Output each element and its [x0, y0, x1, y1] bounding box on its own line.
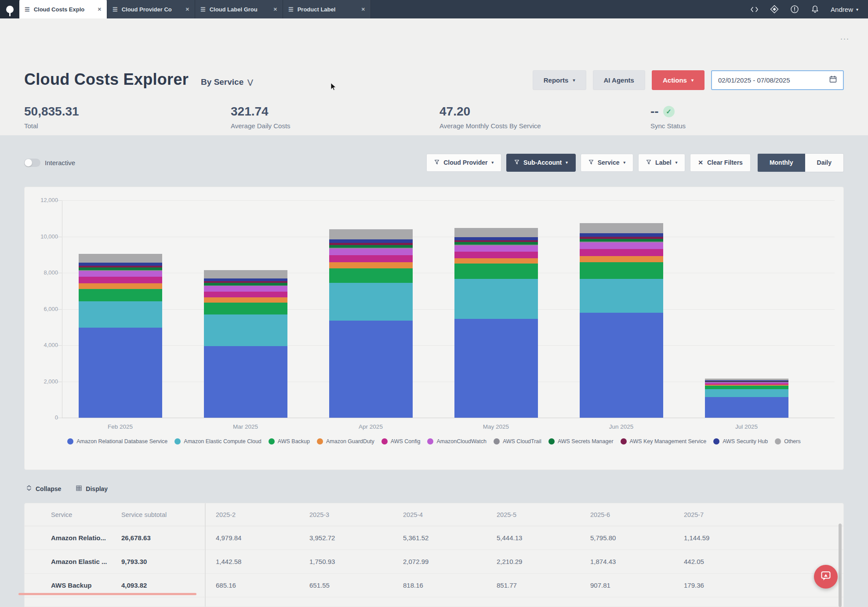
- legend-item-others[interactable]: Others: [775, 438, 801, 444]
- close-icon[interactable]: ✕: [273, 7, 277, 12]
- bar-segment-aws-backup[interactable]: [454, 264, 538, 279]
- app-logo[interactable]: [0, 0, 19, 18]
- tab-cloud-provider-co[interactable]: ☰Cloud Provider Co✕: [107, 0, 195, 18]
- column-header-2025-2: 2025-2: [216, 511, 309, 518]
- service-filter-button[interactable]: Service▾: [581, 154, 633, 172]
- bar-segment-aws-security-hub[interactable]: [79, 263, 162, 266]
- monthly-tab[interactable]: Monthly: [758, 154, 805, 172]
- view-selector-dropdown[interactable]: By Service ⋁: [201, 77, 253, 87]
- bar-segment-amazon-guardduty[interactable]: [580, 256, 663, 262]
- bell-icon[interactable]: [810, 5, 819, 14]
- bar-segment-aws-security-hub[interactable]: [454, 237, 538, 240]
- bar-segment-aws-backup[interactable]: [705, 386, 788, 389]
- bar-segment-aws-backup[interactable]: [204, 303, 287, 314]
- bar-segment-others[interactable]: [580, 223, 663, 233]
- toggle-switch[interactable]: [24, 159, 40, 167]
- bar-segment-aws-backup[interactable]: [580, 262, 663, 278]
- stacked-bar-may-2025[interactable]: [454, 228, 538, 418]
- legend-item-amazon-guardduty[interactable]: Amazon GuardDuty: [317, 438, 374, 444]
- bar-segment-aws-config[interactable]: [329, 255, 413, 262]
- bar-segment-aws-security-hub[interactable]: [329, 239, 413, 243]
- calendar-icon[interactable]: [829, 76, 837, 85]
- bar-segment-amazon-relational-database-service[interactable]: [705, 397, 788, 418]
- legend-item-aws-config[interactable]: AWS Config: [381, 438, 421, 444]
- stacked-bar-apr-2025[interactable]: [329, 229, 413, 418]
- bar-segment-amazon-relational-database-service[interactable]: [329, 321, 413, 418]
- bar-segment-amazon-elastic-compute-cloud[interactable]: [329, 283, 413, 321]
- code-icon[interactable]: [750, 5, 759, 14]
- close-icon[interactable]: ✕: [185, 7, 189, 12]
- tab-cloud-costs-explo[interactable]: ☰Cloud Costs Explo✕: [19, 0, 107, 18]
- bar-segment-others[interactable]: [329, 229, 413, 239]
- actions-button[interactable]: Actions ▾: [652, 70, 705, 90]
- bar-segment-amazoncloudwatch[interactable]: [329, 249, 413, 255]
- alert-info-icon[interactable]: [790, 5, 799, 14]
- bar-segment-amazoncloudwatch[interactable]: [454, 246, 538, 252]
- bar-segment-others[interactable]: [79, 254, 162, 263]
- tab-cloud-label-grou[interactable]: ☰Cloud Label Grou✕: [195, 0, 283, 18]
- legend-item-amazon-elastic-compute-cloud[interactable]: Amazon Elastic Compute Cloud: [174, 438, 261, 444]
- diamond-icon[interactable]: [770, 5, 779, 14]
- label-filter-button[interactable]: Label▾: [638, 154, 685, 172]
- bar-segment-amazon-relational-database-service[interactable]: [79, 328, 162, 418]
- bar-segment-amazon-elastic-compute-cloud[interactable]: [454, 279, 538, 319]
- bar-segment-amazoncloudwatch[interactable]: [79, 271, 162, 277]
- vertical-scrollbar[interactable]: [839, 524, 842, 607]
- bar-segment-aws-security-hub[interactable]: [204, 278, 287, 282]
- legend-item-aws-security-hub[interactable]: AWS Security Hub: [713, 438, 768, 444]
- bar-segment-aws-config[interactable]: [204, 292, 287, 298]
- bar-segment-amazon-guardduty[interactable]: [329, 262, 413, 268]
- chat-support-button[interactable]: [814, 565, 838, 589]
- clear-filters-filter-button[interactable]: ✕Clear Filters: [690, 154, 751, 172]
- date-range-input[interactable]: 02/01/2025 - 07/08/2025: [711, 70, 844, 90]
- interactive-toggle[interactable]: Interactive: [24, 159, 75, 167]
- stacked-bar-mar-2025[interactable]: [204, 270, 287, 418]
- tab-product-label[interactable]: ☰Product Label✕: [283, 0, 371, 18]
- bar-segment-amazon-elastic-compute-cloud[interactable]: [705, 389, 788, 397]
- stacked-bar-jun-2025[interactable]: [580, 223, 663, 418]
- bar-segment-amazon-relational-database-service[interactable]: [204, 346, 287, 418]
- bar-segment-others[interactable]: [454, 228, 538, 237]
- bar-segment-aws-config[interactable]: [454, 252, 538, 258]
- stacked-bar-feb-2025[interactable]: [79, 254, 162, 418]
- bar-segment-amazon-elastic-compute-cloud[interactable]: [580, 279, 663, 313]
- legend-item-amazoncloudwatch[interactable]: AmazonCloudWatch: [427, 438, 486, 444]
- legend-item-aws-cloudtrail[interactable]: AWS CloudTrail: [494, 438, 541, 444]
- horizontal-scrollbar[interactable]: [18, 593, 196, 595]
- bar-segment-aws-config[interactable]: [580, 249, 663, 256]
- user-menu[interactable]: Andrew ▾: [831, 6, 858, 13]
- collapse-button[interactable]: Collapse: [26, 485, 61, 492]
- bar-segment-amazoncloudwatch[interactable]: [204, 286, 287, 291]
- bar-segment-amazon-elastic-compute-cloud[interactable]: [79, 301, 162, 328]
- display-button[interactable]: Display: [76, 485, 108, 492]
- bar-segment-aws-security-hub[interactable]: [580, 233, 663, 237]
- bar-segment-amazon-relational-database-service[interactable]: [454, 319, 538, 418]
- legend-item-amazon-relational-database-service[interactable]: Amazon Relational Database Service: [67, 438, 167, 444]
- bar-segment-amazon-guardduty[interactable]: [204, 297, 287, 303]
- bar-segment-amazon-relational-database-service[interactable]: [580, 313, 663, 418]
- bar-segment-amazon-guardduty[interactable]: [79, 283, 162, 289]
- close-icon[interactable]: ✕: [98, 7, 102, 12]
- ai-agents-button[interactable]: AI Agents: [593, 70, 645, 90]
- legend-item-aws-backup[interactable]: AWS Backup: [269, 438, 310, 444]
- bar-segment-amazon-elastic-compute-cloud[interactable]: [204, 314, 287, 346]
- bar-segment-aws-backup[interactable]: [79, 289, 162, 301]
- legend-dot: [621, 438, 627, 444]
- stacked-bar-jul-2025[interactable]: [705, 379, 788, 418]
- legend-label: AWS Backup: [278, 438, 310, 444]
- cloud-provider-filter-button[interactable]: Cloud Provider▾: [426, 154, 501, 172]
- legend-item-aws-key-management-service[interactable]: AWS Key Management Service: [621, 438, 707, 444]
- table-row-amazon-relatio[interactable]: Amazon Relatio...26,678.634,979.843,952.…: [25, 526, 843, 550]
- bar-segment-others[interactable]: [204, 270, 287, 278]
- bar-segment-aws-backup[interactable]: [329, 268, 413, 283]
- reports-button[interactable]: Reports ▾: [533, 70, 586, 90]
- daily-tab[interactable]: Daily: [805, 154, 843, 172]
- overflow-menu-icon[interactable]: ...: [840, 33, 850, 42]
- table-row-amazon-elastic[interactable]: Amazon Elastic ...9,793.301,442.581,750.…: [25, 550, 843, 574]
- legend-item-aws-secrets-manager[interactable]: AWS Secrets Manager: [548, 438, 614, 444]
- sub-account-filter-button[interactable]: Sub-Account▾: [506, 154, 576, 172]
- bar-segment-amazoncloudwatch[interactable]: [580, 242, 663, 249]
- close-icon[interactable]: ✕: [361, 7, 365, 12]
- bar-segment-amazon-guardduty[interactable]: [454, 258, 538, 264]
- bar-segment-aws-config[interactable]: [79, 277, 162, 283]
